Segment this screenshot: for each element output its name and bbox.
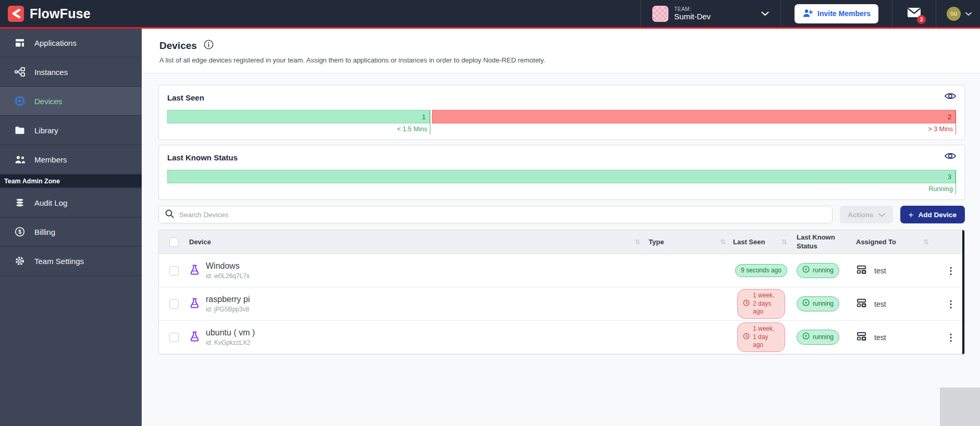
- main-content: Devices A list of all edge devices regis…: [142, 29, 980, 426]
- column-header-last-seen: Last Seen: [733, 238, 765, 246]
- sidebar-item-audit-log[interactable]: Audit Log: [0, 189, 142, 218]
- chevron-down-icon: [761, 9, 769, 18]
- play-circle-icon: [802, 299, 810, 309]
- segment-value: 3: [948, 173, 951, 181]
- table-row-ubuntu-vm[interactable]: ubuntu ( vm ) id: KvGpkzzLX2: [159, 321, 964, 354]
- sort-icon[interactable]: ⇅: [720, 238, 726, 246]
- play-circle-icon: [802, 332, 810, 342]
- table-scrollbar[interactable]: [962, 230, 964, 354]
- device-id: id: w0L26q7L7x: [206, 272, 250, 280]
- chevron-down-icon: [878, 211, 885, 219]
- devices-table: Device ⇅ Type ⇅ Last Seen ⇅ Last Known S…: [158, 230, 965, 355]
- divider: [780, 0, 781, 27]
- row-checkbox[interactable]: [169, 299, 179, 309]
- last-seen-bar-chart: 1 < 1.5 Mins 2 > 3 Mins: [167, 110, 956, 134]
- select-all-checkbox[interactable]: [169, 237, 179, 247]
- team-admin-zone-header: Team Admin Zone: [0, 174, 142, 189]
- invite-members-button[interactable]: Invite Members: [795, 4, 878, 23]
- table-row-raspberry-pi[interactable]: raspberry pi id: jPG5Bpp3v8: [159, 287, 964, 321]
- actions-label: Actions: [848, 211, 874, 219]
- device-id: id: jPG5Bpp3v8: [206, 306, 250, 313]
- kebab-menu-icon[interactable]: ⋮: [946, 265, 956, 277]
- kebab-menu-icon[interactable]: ⋮: [946, 298, 956, 310]
- add-device-label: Add Device: [918, 211, 957, 219]
- team-label: TEAM:: [674, 6, 711, 12]
- assigned-to-label: test: [874, 267, 929, 275]
- add-device-button[interactable]: + Add Device: [900, 206, 965, 223]
- avatar: su: [947, 7, 961, 21]
- device-name: ubuntu ( vm ): [206, 328, 255, 337]
- last-seen-badge: 1 week, 2 days ago: [737, 289, 785, 319]
- table-header-row: Device ⇅ Type ⇅ Last Seen ⇅ Last Known S…: [159, 230, 964, 254]
- last-seen-badge: 9 seconds ago: [735, 264, 787, 278]
- device-id: id: KvGpkzzLX2: [206, 339, 255, 346]
- last-known-status-bar-chart: 3 Running: [167, 170, 956, 194]
- database-icon: [14, 197, 26, 208]
- status-badge: running: [797, 263, 839, 278]
- column-header-type: Type: [649, 238, 664, 246]
- actions-button[interactable]: Actions: [840, 206, 893, 223]
- assigned-to-label: test: [874, 300, 929, 308]
- team-admin-zone-label: Team Admin Zone: [4, 178, 60, 185]
- row-checkbox[interactable]: [169, 333, 179, 342]
- notifications-button[interactable]: 3: [907, 7, 921, 20]
- table-row-windows[interactable]: Windows id: w0L26q7L7x 9 seconds ago: [159, 254, 964, 287]
- plus-icon: +: [909, 210, 914, 219]
- sidebar-item-members[interactable]: Members: [0, 145, 142, 174]
- sort-icon[interactable]: ⇅: [923, 238, 929, 246]
- sidebar-item-instances[interactable]: Instances: [0, 58, 142, 87]
- folder-icon: [14, 126, 26, 135]
- applications-icon: [14, 37, 26, 48]
- instances-icon: [14, 66, 26, 78]
- sort-icon[interactable]: ⇅: [635, 238, 649, 246]
- invite-members-label: Invite Members: [817, 9, 871, 18]
- search-icon: [165, 209, 174, 220]
- sidebar-item-label: Billing: [34, 228, 55, 236]
- person-plus-icon: [802, 8, 813, 19]
- assigned-to-label: test: [874, 333, 929, 342]
- last-seen-text: 9 seconds ago: [741, 267, 781, 275]
- sidebar-item-label: Applications: [34, 39, 77, 47]
- eye-icon[interactable]: [945, 152, 956, 161]
- sidebar-item-label: Members: [34, 155, 67, 164]
- last-seen-badge: 1 week, 1 day ago: [737, 322, 785, 352]
- segment-value: 1: [422, 113, 426, 121]
- column-header-assigned-to: Assigned To: [856, 238, 896, 246]
- svg-text:$: $: [18, 229, 21, 235]
- sidebar-item-team-settings[interactable]: Team Settings: [0, 247, 142, 276]
- widget-placeholder: [940, 387, 980, 426]
- last-seen-text: 1 week, 1 day ago: [753, 325, 779, 349]
- members-icon: [14, 155, 26, 165]
- devices-toolbar: Actions + Add Device: [158, 206, 965, 223]
- team-name: Sumit-Dev: [674, 12, 711, 21]
- sidebar-item-library[interactable]: Library: [0, 116, 142, 145]
- sidebar-item-billing[interactable]: $ Billing: [0, 218, 142, 247]
- beaker-icon: [189, 331, 200, 344]
- page-header: Devices A list of all edge devices regis…: [142, 29, 980, 73]
- row-checkbox[interactable]: [169, 266, 179, 275]
- device-name: Windows: [206, 261, 250, 271]
- last-seen-card-title: Last Seen: [167, 93, 956, 102]
- notification-count-badge: 3: [917, 15, 926, 24]
- beaker-icon: [189, 297, 200, 311]
- kebab-menu-icon[interactable]: ⋮: [946, 332, 956, 343]
- team-avatar: [652, 6, 668, 22]
- sidebar-item-label: Library: [34, 126, 58, 135]
- sidebar-item-applications[interactable]: Applications: [0, 29, 142, 58]
- user-menu[interactable]: su: [936, 7, 980, 21]
- last-known-status-card: Last Known Status 3 Running: [158, 145, 965, 200]
- segment-label: < 1.5 Mins: [167, 123, 430, 134]
- bar-segment-running: 3 Running: [167, 170, 956, 194]
- search-input[interactable]: [179, 211, 826, 219]
- sidebar-item-label: Devices: [34, 97, 62, 106]
- eye-icon[interactable]: [945, 92, 956, 102]
- flowfuse-logo[interactable]: FlowFuse: [0, 0, 91, 27]
- sidebar-item-devices[interactable]: Devices: [0, 87, 142, 116]
- bar-segment-recent: 1 < 1.5 Mins: [167, 110, 430, 134]
- last-seen-card: Last Seen 1 < 1.5 Mins 2 > 3 Mins: [158, 85, 965, 140]
- sort-icon[interactable]: ⇅: [781, 238, 787, 246]
- page-description: A list of all edge devices registered in…: [159, 56, 962, 64]
- team-selector[interactable]: TEAM: Sumit-Dev: [641, 0, 780, 27]
- info-icon[interactable]: [204, 40, 214, 52]
- device-name: raspberry pi: [206, 295, 250, 304]
